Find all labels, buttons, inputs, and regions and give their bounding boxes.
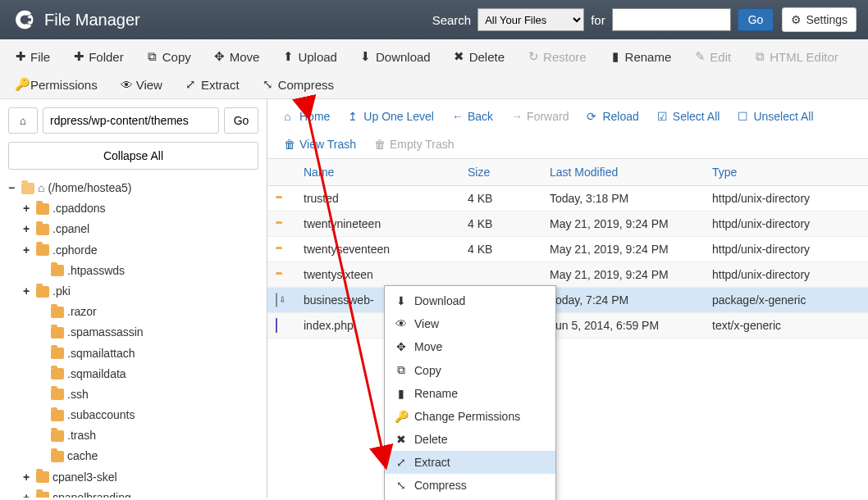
- forward-action[interactable]: →Forward: [503, 106, 577, 127]
- path-input[interactable]: [43, 107, 219, 134]
- select-all-action[interactable]: ☑Select All: [649, 106, 729, 127]
- folder-icon: [51, 451, 64, 462]
- folder-icon: [36, 492, 49, 498]
- tree-item[interactable]: .subaccounts: [8, 405, 258, 425]
- search-input[interactable]: [612, 8, 731, 31]
- tree-label[interactable]: .sqmaildata: [67, 364, 126, 384]
- col-modified[interactable]: Last Modified: [550, 166, 712, 179]
- tree-item[interactable]: +.cpanel: [8, 219, 258, 239]
- search-go-button[interactable]: Go: [738, 8, 774, 31]
- ctx-delete[interactable]: ✖Delete: [385, 428, 555, 451]
- new-folder-button[interactable]: ✚Folder: [63, 44, 134, 69]
- check-icon: ☑: [657, 110, 669, 123]
- tree-item[interactable]: +.cpaddons: [8, 198, 258, 219]
- file-row[interactable]: trusted4 KBToday, 3:18 PMhttpd/unix-dire…: [267, 186, 868, 211]
- view-button[interactable]: 👁View: [111, 72, 172, 97]
- toggle-icon[interactable]: +: [23, 198, 33, 219]
- reload-action[interactable]: ⟳Reload: [578, 106, 646, 127]
- toggle-icon[interactable]: +: [23, 240, 33, 261]
- home-button[interactable]: ⌂: [8, 107, 38, 134]
- ctx-extract[interactable]: ⤢Extract: [385, 451, 555, 474]
- ctx-view[interactable]: 👁View: [385, 312, 555, 335]
- edit-button[interactable]: ✎Edit: [684, 44, 741, 69]
- tree-item[interactable]: .ssh: [8, 384, 258, 405]
- forward-icon: →: [511, 110, 523, 123]
- tree-label[interactable]: .spamassassin: [67, 322, 144, 343]
- folder-icon: [36, 286, 49, 298]
- compress-button[interactable]: ⤡Compress: [253, 72, 344, 97]
- extract-button[interactable]: ⤢Extract: [176, 72, 249, 97]
- ctx-move[interactable]: ✥Move: [385, 335, 555, 358]
- tree-item[interactable]: .sqmailattach: [8, 343, 258, 364]
- tree-item[interactable]: .spamassassin: [8, 322, 258, 343]
- ctx-permissions[interactable]: 🔑Change Permissions: [385, 405, 555, 428]
- upload-button[interactable]: ⬆Upload: [272, 44, 347, 69]
- file-row[interactable]: index.phpJun 5, 2014, 6:59 PMtext/x-gene…: [267, 313, 868, 339]
- tree-item[interactable]: .razor: [8, 302, 258, 322]
- ctx-compress[interactable]: ⤡Compress: [385, 474, 555, 497]
- rename-icon: ▮: [610, 49, 621, 64]
- ctx-download[interactable]: ⬇Download: [385, 289, 555, 312]
- toggle-icon[interactable]: +: [23, 281, 33, 302]
- tree-label[interactable]: .htpasswds: [67, 261, 125, 281]
- download-button[interactable]: ⬇Download: [350, 44, 441, 69]
- toggle-icon[interactable]: +: [23, 219, 33, 239]
- tree-item[interactable]: +.cphorde: [8, 240, 258, 261]
- toggle-icon[interactable]: +: [23, 467, 33, 488]
- tree-label[interactable]: cpanel3-skel: [53, 467, 117, 488]
- tree-item[interactable]: +cpanel3-skel: [8, 467, 258, 488]
- ctx-copy[interactable]: ⧉Copy: [385, 358, 555, 382]
- copy-button[interactable]: ⧉Copy: [137, 44, 201, 69]
- ctx-rename[interactable]: ▮Rename: [385, 382, 555, 405]
- key-icon: 🔑: [15, 77, 26, 92]
- tree-item[interactable]: .sqmaildata: [8, 364, 258, 384]
- tree-label[interactable]: .trash: [67, 425, 96, 446]
- tree-item[interactable]: .trash: [8, 425, 258, 446]
- tree-item[interactable]: +cpanelbranding: [8, 488, 258, 498]
- tree-item[interactable]: +.pki: [8, 281, 258, 302]
- tree-item[interactable]: .htpasswds: [8, 261, 258, 281]
- tree-label[interactable]: cache: [67, 446, 98, 466]
- tree-label[interactable]: .pki: [53, 281, 71, 302]
- permissions-button[interactable]: 🔑Permissions: [5, 72, 107, 97]
- html-editor-button[interactable]: ⧉HTML Editor: [744, 44, 848, 69]
- tree-label[interactable]: .cpanel: [53, 219, 89, 239]
- toggle-icon[interactable]: −: [8, 178, 18, 198]
- folder-icon: [36, 224, 49, 235]
- search-scope-select[interactable]: All Your Files: [477, 8, 584, 31]
- file-name: twentysixteen: [304, 268, 468, 281]
- tree-item[interactable]: cache: [8, 446, 258, 466]
- col-type[interactable]: Type: [712, 166, 860, 179]
- file-row[interactable]: twentyseventeen4 KBMay 21, 2019, 9:24 PM…: [267, 237, 868, 262]
- settings-button[interactable]: ⚙Settings: [782, 7, 857, 32]
- home-action[interactable]: ⌂Home: [276, 106, 338, 127]
- move-button[interactable]: ✥Move: [204, 44, 270, 69]
- tree-label[interactable]: .sqmailattach: [67, 343, 135, 364]
- restore-button[interactable]: ↻Restore: [518, 44, 596, 69]
- toggle-icon[interactable]: +: [23, 488, 33, 498]
- tree-label[interactable]: .subaccounts: [67, 405, 135, 425]
- plus-icon: ✚: [73, 49, 85, 64]
- empty-trash-action[interactable]: 🗑Empty Trash: [366, 134, 463, 155]
- view-trash-action[interactable]: 🗑View Trash: [276, 134, 364, 155]
- up-action[interactable]: ↥Up One Level: [340, 106, 442, 127]
- tree-label[interactable]: .razor: [67, 302, 97, 322]
- delete-button[interactable]: ✖Delete: [444, 44, 514, 69]
- back-action[interactable]: ←Back: [444, 106, 501, 127]
- file-type: httpd/unix-directory: [712, 192, 860, 205]
- tree-label[interactable]: .cpaddons: [53, 198, 106, 219]
- new-file-button[interactable]: ✚File: [5, 44, 60, 69]
- unselect-all-action[interactable]: ☐Unselect All: [729, 106, 821, 127]
- tree-label[interactable]: .cphorde: [53, 240, 97, 261]
- collapse-all-button[interactable]: Collapse All: [8, 142, 258, 170]
- rename-button[interactable]: ▮Rename: [600, 44, 682, 69]
- tree-root[interactable]: −⌂(/home/hostea5): [8, 178, 258, 198]
- file-row[interactable]: twentynineteen4 KBMay 21, 2019, 9:24 PMh…: [267, 211, 868, 237]
- tree-label[interactable]: .ssh: [67, 384, 89, 405]
- path-go-button[interactable]: Go: [224, 107, 258, 134]
- file-row[interactable]: twentysixteenMay 21, 2019, 9:24 PMhttpd/…: [267, 262, 868, 288]
- col-size[interactable]: Size: [468, 166, 550, 179]
- file-row[interactable]: businessweb-Today, 7:24 PMpackage/x-gene…: [267, 288, 868, 313]
- tree-label[interactable]: cpanelbranding: [53, 488, 131, 498]
- col-name[interactable]: Name: [304, 166, 468, 179]
